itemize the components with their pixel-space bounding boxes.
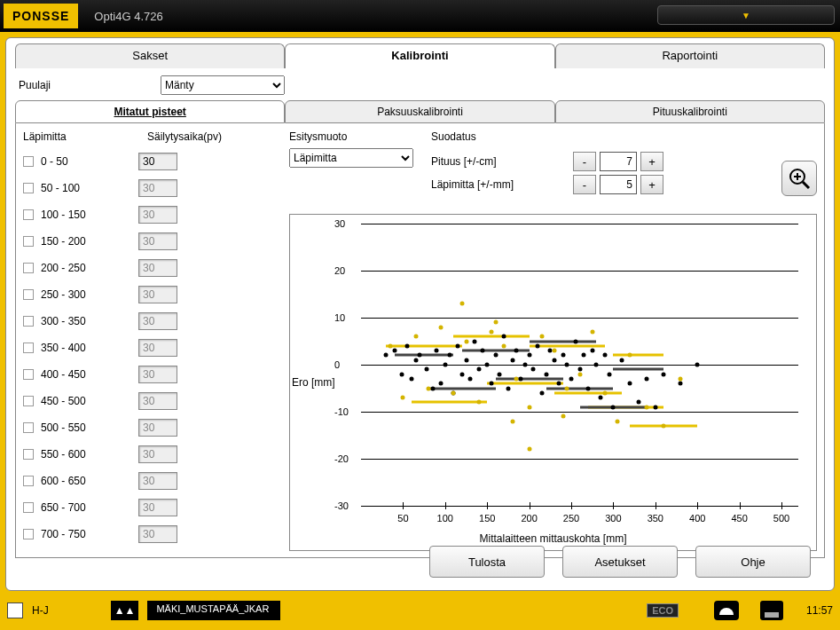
chart-point xyxy=(392,349,396,353)
size-row: 150 - 200 xyxy=(23,228,289,255)
chart-ylabel: Ero [mm] xyxy=(292,376,335,389)
retention-input[interactable] xyxy=(138,259,177,277)
retention-input[interactable] xyxy=(138,366,177,383)
chart-point xyxy=(476,400,481,405)
chart-point xyxy=(514,376,519,381)
subtab-measured[interactable]: Mitatut pisteet xyxy=(15,100,285,123)
sub-tabs: Mitatut pisteet Paksuuskalibrointi Pituu… xyxy=(15,100,825,123)
retention-input[interactable] xyxy=(138,153,177,170)
tab-sakset[interactable]: Sakset xyxy=(15,43,285,68)
zoom-in-icon xyxy=(788,167,811,190)
length-plus-button[interactable]: + xyxy=(640,152,663,171)
species-label: Puulaji xyxy=(19,79,161,91)
length-minus-button[interactable]: - xyxy=(573,152,596,171)
retention-input[interactable] xyxy=(138,499,177,516)
chart-point xyxy=(695,363,700,367)
size-checkbox[interactable] xyxy=(23,236,34,247)
chart-point xyxy=(565,386,569,390)
chart-point xyxy=(522,363,527,367)
retention-input[interactable] xyxy=(138,206,177,224)
size-checkbox[interactable] xyxy=(23,263,34,273)
chart-point xyxy=(485,363,490,367)
help-button[interactable]: Ohje xyxy=(695,546,811,578)
panel-icon[interactable] xyxy=(760,601,783,620)
size-checkbox[interactable] xyxy=(23,343,34,353)
chart-point xyxy=(506,386,510,390)
size-checkbox[interactable] xyxy=(23,289,34,300)
chart-point xyxy=(628,382,632,386)
tab-raportointi[interactable]: Raportointi xyxy=(555,43,825,68)
size-checkbox[interactable] xyxy=(23,476,34,486)
app-title: Opti4G 4.726 xyxy=(94,10,162,23)
chart-bar xyxy=(496,377,563,380)
gauge-icon[interactable] xyxy=(714,601,739,620)
length-value-input[interactable] xyxy=(600,152,637,171)
size-row: 650 - 700 xyxy=(23,494,289,521)
chart-point xyxy=(514,349,519,353)
chart-point xyxy=(662,423,666,428)
chart-bar xyxy=(462,350,530,352)
zoom-button[interactable] xyxy=(781,161,817,196)
retention-input[interactable] xyxy=(138,445,177,463)
diameter-plus-button[interactable]: + xyxy=(640,175,663,194)
retention-input[interactable] xyxy=(138,419,177,437)
chart-point xyxy=(619,358,624,362)
chart-bar xyxy=(428,387,496,390)
retention-input[interactable] xyxy=(138,286,177,303)
chart-point xyxy=(399,372,404,376)
retention-input[interactable] xyxy=(138,392,177,410)
size-row: 100 - 150 xyxy=(23,201,289,228)
svg-line-1 xyxy=(803,182,809,188)
size-range-label: 100 - 150 xyxy=(41,209,138,221)
x-tick: 100 xyxy=(437,513,453,524)
size-checkbox[interactable] xyxy=(23,369,34,380)
chart-bar xyxy=(554,391,622,394)
settings-button[interactable]: Asetukset xyxy=(562,546,678,578)
chart-point xyxy=(447,353,451,358)
chart-point xyxy=(573,339,577,343)
chart-point xyxy=(602,353,607,358)
eco-badge: ECO xyxy=(647,603,679,618)
status-file: MÄKI_MUSTAPÄÄ_JKAR xyxy=(147,601,280,620)
size-range-label: 450 - 500 xyxy=(41,395,138,407)
size-checkbox[interactable] xyxy=(23,449,34,460)
size-checkbox[interactable] xyxy=(23,209,34,220)
y-tick: 30 xyxy=(334,218,345,229)
diameter-value-input[interactable] xyxy=(600,175,637,194)
retention-input[interactable] xyxy=(138,232,177,250)
retention-input[interactable] xyxy=(138,339,177,357)
retention-input[interactable] xyxy=(138,525,177,543)
size-checkbox[interactable] xyxy=(23,502,34,513)
subtab-thickness[interactable]: Paksuuskalibrointi xyxy=(285,100,554,123)
chart-point xyxy=(594,363,599,367)
chart-point xyxy=(476,367,481,372)
print-button[interactable]: Tulosta xyxy=(429,546,545,578)
size-range-label: 600 - 650 xyxy=(41,475,138,487)
subtab-length[interactable]: Pituuskalibrointi xyxy=(555,100,825,123)
y-tick: -20 xyxy=(334,453,349,464)
diameter-minus-button[interactable]: - xyxy=(573,175,596,194)
size-checkbox[interactable] xyxy=(23,529,34,539)
chart-point xyxy=(389,343,393,348)
size-range-label: 150 - 200 xyxy=(41,235,138,248)
retention-input[interactable] xyxy=(138,179,177,197)
species-select[interactable]: Mänty xyxy=(161,75,285,95)
chart-bar xyxy=(386,344,461,347)
size-checkbox[interactable] xyxy=(23,183,34,193)
chart-bar xyxy=(487,382,562,385)
retention-input[interactable] xyxy=(138,312,177,330)
title-dropdown[interactable] xyxy=(657,5,835,25)
size-range-label: 550 - 600 xyxy=(41,448,138,461)
size-row: 400 - 450 xyxy=(23,361,289,388)
presentation-select[interactable]: Läpimitta xyxy=(289,148,413,168)
retention-input[interactable] xyxy=(138,472,177,490)
size-checkbox[interactable] xyxy=(23,316,34,327)
chart-point xyxy=(468,376,473,381)
filter-length-label: Pituus [+/-cm] xyxy=(431,155,573,168)
size-row: 700 - 750 xyxy=(23,521,289,547)
size-checkbox[interactable] xyxy=(23,396,34,406)
size-checkbox[interactable] xyxy=(23,156,34,167)
size-checkbox[interactable] xyxy=(23,422,34,433)
tab-kalibrointi[interactable]: Kalibrointi xyxy=(285,43,554,68)
y-tick: 10 xyxy=(334,312,345,323)
